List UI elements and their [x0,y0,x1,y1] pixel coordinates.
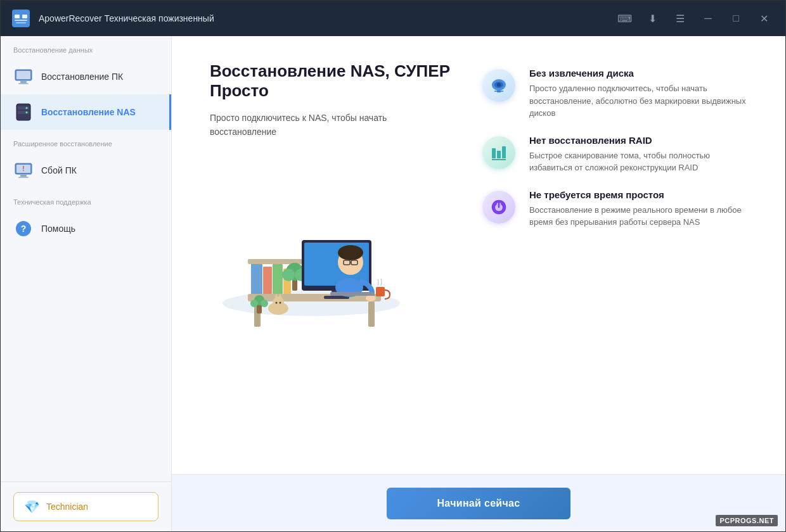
svg-rect-6 [16,71,30,79]
no-raid-icon [481,135,517,170]
feature-text-no-downtime: Не требуется время простоя Восстановлени… [529,189,747,229]
svg-point-59 [497,83,501,87]
feature-item-no-disk-removal: Без извлечения диска Просто удаленно под… [481,68,747,120]
sidebar-item-label-help: Помощь [41,224,75,234]
svg-rect-62 [492,148,496,158]
feature-desc-no-downtime: Восстановление в режиме реального времен… [529,204,747,229]
no-disk-removal-icon [481,68,517,103]
sidebar-item-label-pc-crash: Сбой ПК [41,165,77,175]
feature-text-no-disk-removal: Без извлечения диска Просто удаленно под… [529,68,747,120]
feature-title-no-downtime: Не требуется время простоя [529,189,747,200]
feature-item-no-raid: Нет восстановления RAID Быстрое сканиров… [481,135,747,174]
sidebar-item-help[interactable]: ? Помощь [1,211,171,246]
sidebar-item-pc-crash[interactable]: ! Сбой ПК [1,153,171,188]
svg-point-32 [282,269,295,281]
svg-point-55 [250,300,258,307]
nas-illustration [210,161,413,351]
sidebar-item-nas-recovery[interactable]: Восстановление NAS [1,94,171,130]
svg-point-44 [366,295,376,301]
svg-rect-4 [16,22,26,23]
page-subtitle: Просто подключитесь к NAS, чтобы начать … [210,111,425,139]
gem-icon: 💎 [24,499,40,514]
svg-point-51 [276,301,278,303]
section-label-data-recovery: Восстановление данных [1,36,171,59]
svg-rect-27 [273,264,283,294]
svg-rect-8 [18,83,29,84]
pc-crash-icon: ! [13,160,34,180]
sidebar-item-pc-recovery[interactable]: Восстановление ПК [1,59,171,94]
svg-text:!: ! [22,165,24,172]
section-label-support: Техническая поддержка [1,188,171,211]
start-now-button[interactable]: Начинай сейчас [387,488,571,519]
app-logo-icon [11,8,31,28]
svg-rect-2 [22,15,27,18]
feature-title-no-disk-removal: Без извлечения диска [529,68,747,79]
window-controls: ⌨ ⬇ ☰ ─ □ ✕ [613,7,775,30]
feature-text-no-raid: Нет восстановления RAID Быстрое сканиров… [529,135,747,174]
watermark: PCPROGS.NET [716,515,778,526]
app-window: ApowerRecover Техническая пожизненный ⌨ … [0,0,786,532]
bottom-bar: Начинай сейчас [172,474,785,531]
technician-label: Technician [46,502,88,512]
svg-rect-1 [15,15,20,18]
svg-rect-64 [502,146,506,158]
sidebar-item-label-nas-recovery: Восстановление NAS [41,107,136,117]
svg-rect-24 [368,301,375,327]
feature-item-no-downtime: Не требуется время простоя Восстановлени… [481,189,747,229]
svg-point-52 [280,301,281,303]
feature-desc-no-raid: Быстрое сканирование тома, чтобы полност… [529,149,747,174]
app-title: ApowerRecover Техническая пожизненный [39,13,613,23]
features-list: Без извлечения диска Просто удаленно под… [481,61,747,449]
minimize-button[interactable]: ─ [697,7,719,30]
svg-rect-17 [20,175,27,177]
svg-point-48 [273,297,284,307]
help-icon: ? [13,218,34,239]
main-layout: Восстановление данных Восстановление ПК [1,36,785,531]
download-button[interactable]: ⬇ [641,7,664,30]
sidebar-item-label-pc-recovery: Восстановление ПК [41,72,123,82]
page-title: Восстановление NAS, СУПЕР Просто [210,61,456,101]
svg-rect-25 [251,262,262,294]
svg-rect-0 [12,10,30,27]
maximize-button[interactable]: □ [725,7,747,30]
content-main: Восстановление NAS, СУПЕР Просто Просто … [172,36,785,474]
menu-button[interactable]: ☰ [669,7,692,30]
pc-recovery-icon [13,66,34,87]
section-label-advanced-recovery: Расширенное восстановление [1,130,171,153]
svg-rect-7 [20,81,27,83]
feature-desc-no-disk-removal: Просто удаленно подключитесь, чтобы нача… [529,82,747,120]
svg-point-12 [26,107,28,109]
svg-rect-26 [263,267,272,294]
svg-point-13 [26,111,28,113]
close-button[interactable]: ✕ [752,7,775,30]
svg-text:?: ? [21,224,27,234]
svg-rect-63 [497,151,501,158]
no-downtime-icon [481,189,517,225]
svg-rect-18 [18,177,29,178]
keyboard-button[interactable]: ⌨ [613,7,636,30]
sidebar: Восстановление данных Восстановление ПК [1,36,172,531]
feature-title-no-raid: Нет восстановления RAID [529,135,747,146]
title-bar: ApowerRecover Техническая пожизненный ⌨ … [1,1,785,36]
svg-point-56 [261,300,268,307]
nas-recovery-icon [13,102,34,122]
technician-badge[interactable]: 💎 Technician [13,492,158,521]
svg-rect-3 [15,20,27,21]
svg-rect-46 [376,287,385,296]
sidebar-footer: 💎 Technician [1,481,171,531]
content-left: Восстановление NAS, СУПЕР Просто Просто … [210,61,456,449]
svg-rect-45 [330,292,375,296]
svg-point-40 [338,245,363,260]
content-area: Восстановление NAS, СУПЕР Просто Просто … [172,36,785,531]
